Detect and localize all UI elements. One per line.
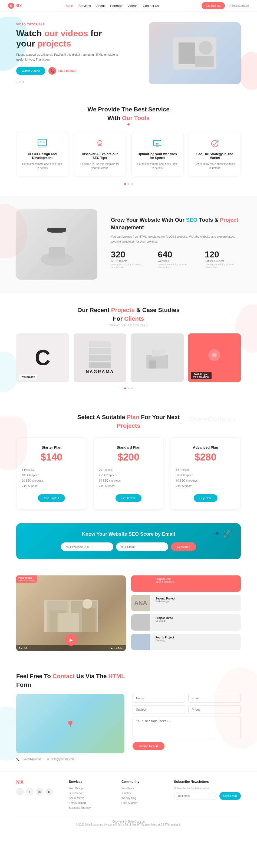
proj-dot-3: [131, 388, 133, 390]
pricing-card-3: Advanced Plan $280 36 Projects 500 GB sp…: [170, 437, 241, 510]
pricing-section: Select A Suitable Plan For Your Next Pro…: [0, 400, 257, 523]
plan-price-1: $140: [22, 452, 81, 463]
contact-form: Submit Report: [133, 694, 241, 761]
social-instagram[interactable]: in: [36, 788, 43, 796]
plan-btn-1[interactable]: Get Started: [38, 494, 65, 502]
nav-home[interactable]: Home: [64, 4, 73, 8]
footer-link-4[interactable]: Email Support: [69, 802, 113, 804]
phone-input[interactable]: [188, 705, 241, 714]
service-desc-2: Feel free to use this template for your …: [79, 162, 121, 170]
video-duration: Part 1/8: [19, 647, 28, 650]
contact-info: 📞 +84-381-400-xxx ✉ hello@yoursite.com: [16, 758, 124, 761]
footer-comm-2[interactable]: Timeline: [121, 792, 166, 795]
phone-cta[interactable]: 📞 646-340-6020: [49, 67, 76, 74]
page-3[interactable]: 3: [22, 80, 24, 84]
mini-project-info-4: Fourth Project Branding: [153, 634, 241, 650]
footer-link-5[interactable]: Business Strategy: [69, 806, 113, 809]
hero-title: Watch our videos for your projects: [16, 28, 119, 49]
subject-input[interactable]: [133, 705, 185, 714]
contact-section: Feel Free To Contact Us Via The HTML For…: [0, 662, 257, 772]
page-2[interactable]: 2: [19, 80, 21, 84]
mini-project-info-3: Project Three UI Design: [153, 614, 241, 630]
plan-btn-3[interactable]: Buy Now: [194, 494, 218, 502]
projects-title2: For Clients: [16, 315, 241, 322]
social-twitter[interactable]: t: [26, 788, 33, 796]
footer-comm-1[interactable]: Feed back: [121, 787, 166, 790]
seo-url-input[interactable]: [61, 542, 113, 551]
social-youtube[interactable]: ▶: [46, 788, 53, 796]
newsletter-form: Send Email: [174, 792, 241, 800]
mini-project-4[interactable]: Fourth Project Branding: [131, 634, 241, 650]
interior-icon: [144, 344, 171, 371]
nav-portfolio[interactable]: Portfolio: [110, 4, 122, 8]
mini-project-1[interactable]: Project One SEO & Marketing: [131, 576, 241, 592]
pricing-card-2: Standard Plan $200 20 Projects 250 GB sp…: [93, 437, 164, 510]
svg-rect-35: [82, 608, 95, 632]
stat-label-3: Satisfied Clients: [205, 259, 241, 262]
footer-link-3[interactable]: Social Media: [69, 797, 113, 800]
email-input[interactable]: [188, 694, 241, 703]
project-card-2[interactable]: NAGRAMA: [74, 333, 126, 382]
footer-logo: NIX: [16, 780, 61, 785]
newsletter-title: Subscribe Newsletters: [174, 780, 241, 784]
services-subtitle: With Our Tools: [16, 115, 241, 122]
mini-project-3[interactable]: Project Three UI Design: [131, 614, 241, 630]
mini-project-title-3: Project Three: [155, 617, 238, 620]
stat-num-2: 640: [158, 250, 194, 259]
projects-subtitle: CREATIVE PORTFOLIO: [16, 324, 241, 327]
video-tag-sub: SEO & Marketing: [19, 579, 35, 582]
projects-grid: C Typography NAGRAMA: [16, 333, 241, 382]
footer-comm-3[interactable]: Weekly blog: [121, 797, 166, 800]
project-brand-text: NAGRAMA: [86, 369, 114, 374]
service-title-2: Discover & Explore our SEO Tips: [79, 152, 121, 160]
proj-dot-2: [128, 388, 130, 390]
nav-contact[interactable]: Contact Us: [143, 4, 159, 8]
grow-image: [16, 209, 97, 280]
svg-rect-23: [49, 247, 65, 259]
video-section: Project One SEO & Marketing ▶ Part 1/8: [0, 570, 257, 662]
hero-image: [149, 22, 241, 84]
mini-project-title-1: Project One: [155, 578, 238, 581]
proj-dot-1: [124, 388, 126, 390]
project-card-3[interactable]: [131, 333, 184, 382]
nav-cta-button[interactable]: Contact Us: [202, 2, 225, 9]
seo-title: Know Your Website SEO Score by Email: [27, 531, 230, 537]
video-thumbnail[interactable]: ▶ Part 1/8 ▶ YouTube: [16, 576, 126, 651]
project-card-4[interactable]: Sixth ProjectIt's a amazing.: [188, 333, 241, 382]
seo-email-input[interactable]: [116, 542, 169, 551]
nav-services[interactable]: Services: [79, 4, 91, 8]
contact-title2: Form: [16, 681, 241, 688]
grow-title: Grow Your Website With Our SEO Tools & P…: [111, 216, 241, 231]
footer-link-2[interactable]: SEO Service: [69, 792, 113, 795]
play-button[interactable]: ▶: [65, 634, 77, 646]
mini-project-2[interactable]: ANA Second Project Web Design: [131, 595, 241, 611]
nav-about[interactable]: About: [96, 4, 105, 8]
newsletter-btn[interactable]: Send Email: [220, 792, 241, 800]
svg-point-4: [199, 41, 212, 55]
stats-row: 320 SEO Projects Lorem ipsum dolor sit a…: [111, 250, 241, 269]
service-card-2: Discover & Explore our SEO Tips Feel fre…: [74, 132, 126, 176]
footer-link-1[interactable]: Web Design: [69, 787, 113, 790]
social-facebook[interactable]: f: [16, 788, 24, 796]
mini-project-info-1: Project One SEO & Marketing: [153, 576, 241, 592]
service-desc-4: Get to know more about this topic in det…: [194, 162, 236, 170]
footer-grid: NIX f t in ▶ Services Web Design SEO Ser…: [16, 780, 241, 811]
name-input[interactable]: [133, 694, 185, 703]
project-card-1[interactable]: C Typography: [16, 333, 69, 382]
nav-videos[interactable]: Videos: [127, 4, 137, 8]
copyright-sub: © 2021 Nite Supported by, you will find …: [76, 823, 181, 826]
footer-comm-4[interactable]: Chat Support: [121, 802, 166, 804]
submit-button[interactable]: Submit Report: [133, 742, 165, 750]
seo-subscribe-button[interactable]: Subscribe: [171, 542, 196, 551]
newsletter-input[interactable]: [174, 792, 217, 800]
watch-videos-button[interactable]: Watch Videos: [16, 67, 45, 75]
message-textarea[interactable]: [133, 717, 241, 738]
dot-3: [131, 183, 133, 185]
page-1[interactable]: 1: [16, 80, 18, 84]
footer-community-title: Community: [121, 780, 166, 784]
service-title-3: Optimizing your websites for Speed: [136, 152, 179, 160]
service-icon-3: [152, 138, 163, 149]
plan-btn-2[interactable]: Get It Now: [115, 494, 142, 502]
logo[interactable]: N NIX: [8, 3, 22, 9]
map-container: 📞 +84-381-400-xxx ✉ hello@yoursite.com: [16, 694, 124, 761]
